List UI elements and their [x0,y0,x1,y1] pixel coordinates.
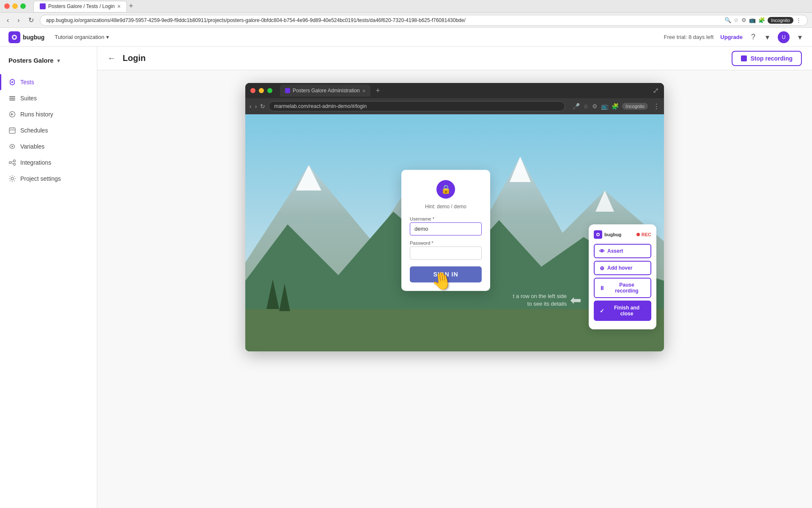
sidebar-item-variables[interactable]: Variables [0,138,97,155]
app-content: Posters Galore ▾ Tests [0,47,812,508]
sidebar-item-integrations[interactable]: Integrations [0,155,97,171]
rec-close-btn[interactable] [250,88,255,93]
os-maximize-btn[interactable] [20,3,26,9]
svg-point-13 [14,160,16,162]
url-star-icon: ☆ [734,17,739,23]
hint-arrow: t a row on the left side to see its deta… [513,292,582,308]
sidebar-item-schedules[interactable]: Schedules [0,122,97,138]
os-close-btn[interactable] [4,3,10,9]
free-trial-text: Free trial: 8 days left [664,34,713,40]
rec-label: REC [642,232,651,237]
rec-reload-btn[interactable]: ↻ [260,103,265,110]
rec-panel-logo: bugbug [594,230,621,239]
rec-tab-title: Posters Galore Administration [293,88,360,94]
recorded-browser-container: Posters Galore Administration × + ⤢ ‹ › … [97,70,812,508]
upgrade-btn[interactable]: Upgrade [720,34,743,40]
assert-icon: 👁 [599,248,605,254]
pause-icon: ⏸ [599,285,605,291]
sidebar-item-label-project-settings: Project settings [20,175,61,182]
browser-tab-bar: Posters Galore / Tests / Login × + [33,1,133,12]
rec-forward-btn[interactable]: › [255,103,257,110]
svg-point-32 [597,234,599,235]
org-selector[interactable]: Tutorial organization ▾ [51,32,112,42]
forward-nav-btn[interactable]: › [15,16,22,25]
rec-cast-icon: 📺 [601,103,608,110]
page-header: ← Login Stop recording [97,47,812,70]
stop-recording-btn[interactable]: Stop recording [732,51,802,66]
browser-address-bar: ‹ › ↻ app.bugbug.io/organizations/48e9d7… [0,13,812,28]
recorded-browser: Posters Galore Administration × + ⤢ ‹ › … [245,83,664,351]
new-tab-btn[interactable]: + [129,2,133,11]
rec-browser-addressbar: ‹ › ↻ marmelab.com/react-admin-demo/#/lo… [245,98,664,114]
url-bar[interactable]: app.bugbug.io/organizations/48e9d739-595… [40,15,808,26]
page-back-btn[interactable]: ← [107,53,116,63]
project-selector[interactable]: Posters Galore ▾ [0,53,97,67]
sidebar-item-tests[interactable]: Tests [0,74,97,90]
user-chevron[interactable]: ▾ [796,31,804,44]
svg-line-16 [11,163,14,164]
rec-tab-close[interactable]: × [362,88,366,94]
add-hover-btn[interactable]: ⊕ Add hover [594,261,651,275]
rec-panel-logo-icon [594,230,602,239]
finish-close-btn[interactable]: ✓ Finish and close [594,301,651,321]
tab-favicon [40,3,46,9]
rec-badge: REC [636,232,651,237]
rec-expand-icon[interactable]: ⤢ [653,86,659,95]
sidebar-item-label-runs-history: Runs history [20,111,53,118]
sidebar-nav: Tests Suites Ru [0,72,97,188]
rec-back-btn[interactable]: ‹ [250,103,252,110]
svg-point-17 [11,177,14,180]
svg-point-14 [14,163,16,166]
rec-browser-titlebar: Posters Galore Administration × + ⤢ [245,83,664,98]
logo-icon [8,31,20,43]
assert-label: Assert [607,248,623,254]
app-header: bugbug Tutorial organization ▾ Free tria… [0,28,812,47]
assert-btn[interactable]: 👁 Assert [594,244,651,258]
rec-tab-new[interactable]: + [376,86,380,95]
username-label: Username * [410,216,482,221]
back-nav-btn[interactable]: ‹ [4,16,11,25]
suites-icon [8,94,16,102]
os-minimize-btn[interactable] [12,3,18,9]
sidebar-item-label-variables: Variables [20,143,44,150]
add-hover-label: Add hover [607,265,632,271]
recording-panel: bugbug REC 👁 Assert [589,224,656,329]
sidebar-item-project-settings[interactable]: Project settings [0,171,97,187]
main-content: ← Login Stop recording [97,47,812,508]
stop-recording-label: Stop recording [750,55,793,62]
url-settings-icon: ⚙ [741,17,746,23]
rec-panel-logo-text: bugbug [604,232,621,237]
rec-browser-content: 🔒 Hint: demo / demo Username * Password … [245,114,664,351]
sidebar-item-suites[interactable]: Suites [0,90,97,106]
help-btn[interactable]: ? [749,31,757,43]
url-bar-icons: 🔍 ☆ ⚙ 📺 🧩 Incognito ⋮ [724,17,801,24]
login-lock-icon: 🔒 [436,180,455,199]
rec-indicator-dot [636,233,640,236]
sign-in-btn[interactable]: SIGN IN [410,266,482,282]
user-avatar[interactable]: U [778,31,790,43]
stop-recording-icon [741,55,747,61]
rec-url-bar[interactable]: marmelab.com/react-admin-demo/#/login [269,101,565,111]
rec-max-btn[interactable] [267,88,272,93]
password-input[interactable] [410,246,482,260]
svg-rect-7 [9,128,15,133]
sidebar-item-runs-history[interactable]: Runs history [0,106,97,122]
login-password-field: Password * [410,240,482,260]
rec-panel-header: bugbug REC [594,230,651,239]
rec-more-icon[interactable]: ⋮ [653,102,660,110]
pause-recording-btn[interactable]: ⏸ Pause recording [594,278,651,298]
reload-nav-btn[interactable]: ↻ [26,15,36,25]
rec-browser-tab[interactable]: Posters Galore Administration × [280,85,370,97]
url-search-icon: 🔍 [724,17,731,23]
rec-settings-icon: ⚙ [592,103,598,110]
help-chevron[interactable]: ▾ [764,31,771,44]
project-chevron: ▾ [57,57,60,64]
tab-close-btn[interactable]: × [117,3,121,9]
svg-point-11 [11,146,13,147]
sidebar-item-label-schedules: Schedules [20,127,48,134]
variables-icon [8,143,16,150]
rec-min-btn[interactable] [259,88,264,93]
svg-point-12 [9,162,11,164]
browser-tab-active[interactable]: Posters Galore / Tests / Login × [33,1,127,12]
username-input[interactable] [410,222,482,235]
